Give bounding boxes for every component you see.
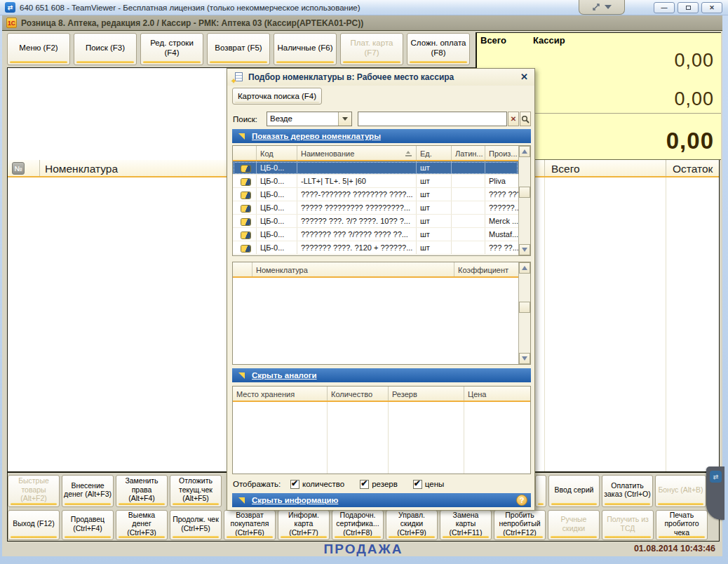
clear-search-button[interactable]: ✕	[508, 112, 519, 126]
header-quantity[interactable]: Количество	[328, 387, 389, 401]
table-row[interactable]: ЦБ-0... ?????? ???. ?/? ????. 10?? ?... …	[233, 215, 518, 228]
cash-button[interactable]: Наличные (F6)	[274, 33, 337, 65]
header-producer[interactable]: Произ...	[485, 146, 518, 160]
prices-checkbox[interactable]	[413, 480, 422, 489]
reserve-checkbox-label: резерв	[372, 480, 398, 488]
collapse-triangle-icon[interactable]	[238, 372, 245, 379]
hide-info-link[interactable]: Скрыть информацию	[252, 496, 338, 504]
dropdown-arrow-icon[interactable]	[338, 112, 351, 126]
complex-payment-button[interactable]: Сложн. оплата (F8)	[407, 33, 470, 65]
table-row[interactable]: ЦБ-0... -LLT+| TL+. 5|+ |60 шт Pliva	[233, 175, 518, 188]
customer-return-button[interactable]: Возврат покупателя (Ctrl+F6)	[224, 510, 276, 540]
bottom-row2: Выход (F12) Продавец (Ctrl+F4) Выемка де…	[8, 510, 708, 540]
collapse-triangle-icon[interactable]	[238, 133, 245, 140]
column-total: Всего	[551, 163, 580, 175]
help-icon[interactable]: ?	[516, 495, 527, 506]
dialog-form-icon: ✦	[232, 72, 243, 83]
analogs-scrollbar[interactable]	[518, 262, 530, 364]
bottom-row1-right: Ввод серий Оплатить заказ (Ctrl+O) Бонус…	[535, 475, 706, 507]
exit-button[interactable]: Выход (F12)	[8, 510, 60, 540]
scroll-up-icon[interactable]	[519, 146, 530, 157]
header-unit[interactable]: Ед.	[417, 146, 452, 160]
hide-analogs-link[interactable]: Скрыть аналоги	[252, 371, 317, 380]
maximize-button[interactable]	[678, 2, 699, 13]
chevron-down-icon[interactable]	[605, 5, 612, 9]
punch-unpunched-button[interactable]: Пробить непробитый (Ctrl+F12)	[494, 510, 546, 540]
manage-discounts-button[interactable]: Управл. скидки (Ctrl+F9)	[386, 510, 438, 540]
app-title: Розница 8. Аптека, редакция 2.0 / Кассир…	[21, 18, 363, 28]
header-price[interactable]: Цена	[464, 387, 530, 401]
header-name[interactable]: Наименование	[297, 146, 417, 160]
collapse-triangle-icon[interactable]	[238, 497, 245, 504]
gift-certificate-button[interactable]: Подарочн. сертифика... (Ctrl+F8)	[332, 510, 384, 540]
cashier-label: Кассир	[533, 35, 565, 46]
continue-receipt-button[interactable]: Продолж. чек (Ctrl+F5)	[170, 510, 222, 540]
header-code[interactable]: Код	[257, 146, 297, 160]
change-rights-button[interactable]: Заменить права (Alt+F4)	[116, 475, 168, 507]
stock-table-body	[233, 402, 530, 474]
minimize-button[interactable]: —	[654, 2, 675, 13]
reserve-checkbox[interactable]	[360, 480, 369, 489]
header-reserve[interactable]: Резерв	[389, 387, 464, 401]
scroll-down-icon[interactable]	[519, 353, 530, 364]
top-toolbar: Меню (F2) Поиск (F3) Ред. строки (F4) Во…	[7, 33, 470, 65]
search-input[interactable]	[358, 112, 507, 126]
seller-button[interactable]: Продавец (Ctrl+F4)	[62, 510, 114, 540]
header-nomenclature[interactable]: Номенклатура	[252, 262, 454, 276]
scroll-thumb[interactable]	[519, 187, 530, 198]
partially-visible-button[interactable]	[535, 475, 546, 507]
1c-logo-icon: 1С	[6, 18, 17, 28]
header-coefficient[interactable]: Коэффициент	[454, 262, 518, 276]
postpone-receipt-button[interactable]: Отложить текущ.чек (Alt+F5)	[170, 475, 222, 507]
search-card-button[interactable]: Карточка поиска (F4)	[232, 88, 322, 105]
replace-card-button[interactable]: Замена карты (Ctrl+F11)	[440, 510, 492, 540]
table-row[interactable]: ЦБ-0... ??????? ????. ?120 + ??????... ш…	[233, 241, 518, 255]
expand-icon[interactable]	[592, 3, 600, 11]
teamviewer-grip[interactable]: ⇄	[706, 466, 724, 520]
return-button[interactable]: Возврат (F5)	[207, 33, 270, 65]
teamviewer-session-tab[interactable]	[579, 0, 625, 15]
show-tree-link[interactable]: Показать дерево номенклатуры	[252, 132, 381, 140]
display-label: Отображать:	[233, 480, 290, 488]
scroll-up-icon[interactable]	[519, 262, 530, 274]
bonus-button: Бонус (Alt+B)	[655, 475, 706, 507]
table-row[interactable]: ЦБ-0... ????? ????????? ?????????... шт …	[233, 201, 518, 215]
cash-in-button[interactable]: Внесение денег (Alt+F3)	[62, 475, 114, 507]
scroll-down-icon[interactable]	[519, 244, 530, 255]
header-location[interactable]: Место хранения	[233, 387, 328, 401]
enter-series-button[interactable]: Ввод серий	[548, 475, 600, 507]
payment-card-button: Плат. карта (F7)	[340, 33, 403, 65]
analogs-units-header: Номенклатура Коэффициент	[233, 262, 518, 278]
search-label: Поиск:	[233, 115, 267, 123]
column-nomenclature: Номенклатура	[45, 163, 118, 175]
sale-mode-label: ПРОДАЖА	[7, 542, 720, 557]
cash-out-button[interactable]: Выемка денег (Ctrl+F3)	[116, 510, 168, 540]
dialog-close-icon[interactable]: ✕	[520, 72, 528, 82]
amount-line1: 0,00	[674, 50, 714, 72]
products-table-header: Код Наименование Ед. Латин... Произ...	[233, 146, 518, 161]
run-search-button[interactable]	[520, 112, 531, 126]
quantity-checkbox[interactable]	[290, 480, 299, 489]
search-button[interactable]: Поиск (F3)	[74, 33, 137, 65]
manual-discounts-button: Ручные скидки	[548, 510, 600, 540]
close-button[interactable]: ✕	[701, 2, 722, 13]
edit-line-button[interactable]: Ред. строки (F4)	[140, 33, 203, 65]
search-row: Поиск: Везде ✕	[233, 112, 531, 126]
print-punched-receipt-button[interactable]: Печать пробитого чека	[656, 510, 708, 540]
pay-order-button[interactable]: Оплатить заказ (Ctrl+O)	[602, 475, 653, 507]
dialog-titlebar: ✦ Подбор номенклатуры в: Рабочее место к…	[227, 69, 534, 86]
products-scrollbar[interactable]	[518, 146, 530, 255]
search-scope-combobox[interactable]: Везде	[267, 112, 352, 126]
amount-total: 0,00	[666, 128, 714, 154]
table-row[interactable]: ЦБ-0... ??????? ??? ?/???? ???? ??... шт…	[233, 228, 518, 241]
scroll-thumb[interactable]	[519, 302, 530, 313]
amount-line2: 0,00	[674, 88, 714, 110]
item-tag-icon	[241, 219, 250, 225]
show-tree-bar: Показать дерево номенклатуры	[232, 129, 531, 143]
info-card-button[interactable]: Информ. карта (Ctrl+F7)	[278, 510, 330, 540]
menu-button[interactable]: Меню (F2)	[7, 33, 70, 65]
stock-table: Место хранения Количество Резерв Цена	[232, 386, 531, 474]
table-row[interactable]: ЦБ-0... шт	[233, 161, 518, 175]
table-row[interactable]: ЦБ-0... ????-??????? ???????? ????... шт…	[233, 188, 518, 201]
header-latin[interactable]: Латин...	[452, 146, 485, 160]
